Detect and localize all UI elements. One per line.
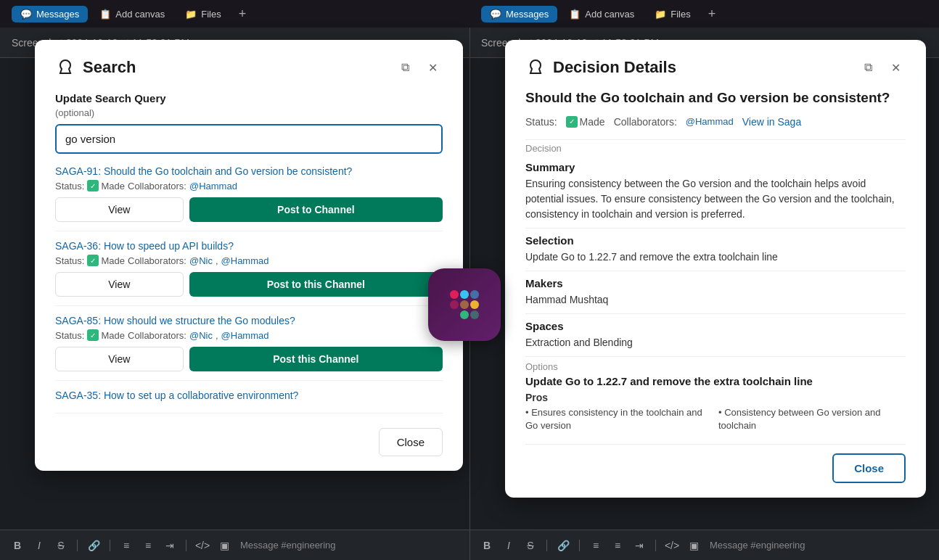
- decision-modal-close-x-btn[interactable]: ✕: [885, 57, 906, 78]
- decision-modal-title: Decision Details: [553, 58, 850, 77]
- decision-modal-content: Should the Go toolchain and Go version b…: [525, 89, 906, 432]
- collab-name-2b[interactable]: @Hammad: [221, 255, 269, 266]
- pros-label: Pros: [525, 392, 906, 403]
- result-item-3: SAGA-85: How should we structure the Go …: [55, 315, 443, 381]
- status-label-2: Status:: [55, 255, 84, 266]
- status-badge-1: ✓ Made: [87, 180, 125, 192]
- decision-modal-copy-btn[interactable]: ⧉: [858, 57, 878, 78]
- collab-label-1: Collaborators:: [128, 181, 186, 192]
- collab-label-3: Collaborators:: [128, 330, 186, 341]
- decision-modal-logo: [525, 57, 546, 78]
- svg-rect-7: [460, 300, 469, 309]
- svg-rect-1: [450, 300, 459, 309]
- decision-modal-footer: Close: [525, 444, 906, 483]
- result-actions-1: View Post to Channel: [55, 197, 443, 222]
- slack-app-icon: [428, 268, 501, 341]
- view-in-saga-link[interactable]: View in Saga: [742, 116, 801, 128]
- collab-label-2: Collaborators:: [128, 255, 186, 266]
- view-btn-3[interactable]: View: [55, 347, 184, 371]
- makers-label: Makers: [525, 271, 906, 289]
- status-label: Status:: [525, 116, 557, 128]
- spaces-label: Spaces: [525, 313, 906, 332]
- search-modal-title: Search: [83, 58, 388, 77]
- decision-close-btn[interactable]: Close: [832, 453, 906, 483]
- view-btn-2[interactable]: View: [55, 272, 184, 297]
- decision-collaborator[interactable]: @Hammad: [686, 116, 734, 127]
- options-label: Options: [525, 356, 906, 375]
- decision-status-badge: ✓ Made: [566, 116, 605, 128]
- result-title-3[interactable]: SAGA-85: How should we structure the Go …: [55, 315, 443, 326]
- search-modal-header: Search ⧉ ✕: [55, 57, 443, 78]
- pros-item-2: • Consistency between Go version and too…: [718, 406, 906, 432]
- result-title-2[interactable]: SAGA-36: How to speed up API builds?: [55, 240, 443, 252]
- selection-label: Selection: [525, 228, 906, 247]
- decision-type-label: Decision: [525, 139, 906, 160]
- search-modal: Search ⧉ ✕ Update Search Query (optional…: [35, 40, 463, 471]
- result-item-1: SAGA-91: Should the Go toolchain and Go …: [55, 165, 443, 231]
- summary-text: Ensuring consistency between the Go vers…: [525, 176, 906, 222]
- option-title: Update Go to 1.22.7 and remove the extra…: [525, 375, 906, 387]
- post-btn-3[interactable]: Post this Channel: [189, 347, 443, 371]
- decision-modal-header: Decision Details ⧉ ✕: [525, 57, 906, 78]
- result-meta-1: Status: ✓ Made Collaborators: @Hammad: [55, 180, 443, 192]
- selection-text: Update Go to 1.22.7 and remove the extra…: [525, 250, 906, 265]
- status-label-3: Status:: [55, 330, 84, 341]
- view-btn-1[interactable]: View: [55, 197, 184, 222]
- search-modal-logo: [55, 57, 75, 78]
- search-modal-copy-btn[interactable]: ⧉: [395, 57, 415, 78]
- search-optional-label: (optional): [55, 107, 443, 118]
- search-close-btn[interactable]: Close: [379, 428, 443, 456]
- search-input[interactable]: [55, 124, 443, 154]
- summary-label: Summary: [525, 161, 906, 173]
- status-badge-3: ✓ Made: [87, 329, 125, 341]
- decision-question: Should the Go toolchain and Go version b…: [525, 89, 906, 107]
- search-modal-close-btn[interactable]: ✕: [422, 57, 443, 78]
- svg-rect-2: [460, 290, 469, 299]
- result-meta-2: Status: ✓ Made Collaborators: @Nic, @Ham…: [55, 255, 443, 266]
- spaces-text: Extraction and Blending: [525, 335, 906, 350]
- collab-name-3a[interactable]: @Nic: [189, 330, 213, 341]
- post-btn-2[interactable]: Post to this Channel: [189, 272, 443, 297]
- collab-name-1[interactable]: @Hammad: [189, 181, 237, 192]
- svg-rect-4: [460, 310, 469, 319]
- status-badge-2: ✓ Made: [87, 255, 125, 266]
- overlays: Search ⧉ ✕ Update Search Query (optional…: [0, 0, 939, 560]
- search-modal-footer: Close: [55, 428, 443, 456]
- check-icon-3: ✓: [87, 329, 99, 341]
- svg-rect-6: [470, 300, 479, 309]
- pros-item-1: • Ensures consistency in the toolchain a…: [525, 406, 713, 432]
- check-icon-2: ✓: [87, 255, 99, 266]
- result-title-4[interactable]: SAGA-35: How to set up a collaborative e…: [55, 390, 443, 401]
- decision-check-icon: ✓: [566, 116, 578, 128]
- makers-text: Hammad Mushtaq: [525, 292, 906, 308]
- decision-collab-label: Collaborators:: [614, 116, 677, 128]
- result-meta-3: Status: ✓ Made Collaborators: @Nic, @Ham…: [55, 329, 443, 341]
- status-label-1: Status:: [55, 181, 84, 192]
- result-title-1[interactable]: SAGA-91: Should the Go toolchain and Go …: [55, 165, 443, 177]
- check-icon-1: ✓: [87, 180, 99, 192]
- collab-name-3b[interactable]: @Hammad: [221, 330, 269, 341]
- post-btn-1[interactable]: Post to Channel: [189, 197, 443, 222]
- svg-rect-0: [450, 290, 459, 299]
- svg-rect-3: [470, 290, 479, 299]
- collab-name-2a[interactable]: @Nic: [189, 255, 213, 266]
- decision-meta: Status: ✓ Made Collaborators: @Hammad Vi…: [525, 116, 906, 128]
- result-item-2: SAGA-36: How to speed up API builds? Sta…: [55, 240, 443, 306]
- search-section-label: Update Search Query: [55, 92, 443, 104]
- svg-rect-5: [470, 310, 479, 319]
- result-item-4: SAGA-35: How to set up a collaborative e…: [55, 390, 443, 413]
- pros-grid: • Ensures consistency in the toolchain a…: [525, 406, 906, 432]
- decision-modal: Decision Details ⧉ ✕ Should the Go toolc…: [505, 40, 926, 498]
- result-actions-2: View Post to this Channel: [55, 272, 443, 297]
- result-actions-3: View Post this Channel: [55, 347, 443, 371]
